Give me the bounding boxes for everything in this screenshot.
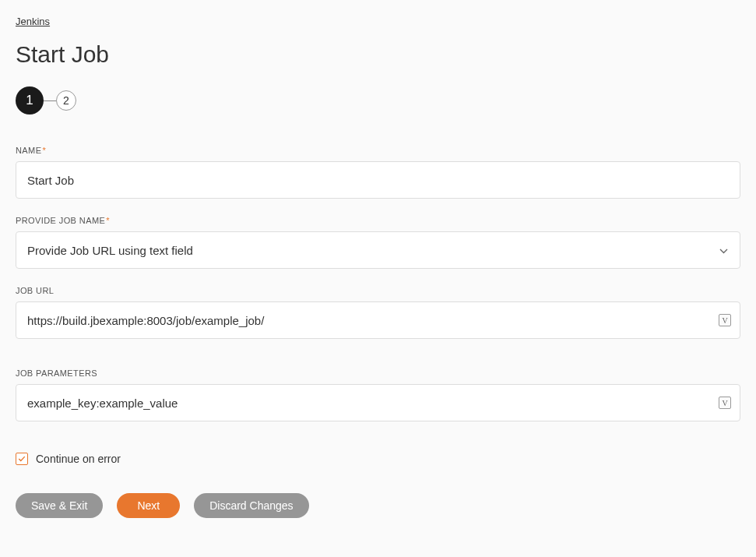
label-job-url: JOB URL: [16, 286, 740, 295]
name-input[interactable]: [16, 161, 740, 199]
step-1[interactable]: 1: [16, 86, 44, 115]
label-name: NAME*: [16, 146, 740, 155]
variable-icon[interactable]: V: [719, 314, 731, 326]
button-row: Save & Exit Next Discard Changes: [16, 493, 740, 518]
job-url-input[interactable]: [16, 301, 740, 339]
field-job-parameters: JOB PARAMETERS V: [16, 368, 740, 421]
variable-icon[interactable]: V: [719, 397, 731, 409]
stepper: 1 2: [16, 86, 740, 115]
job-parameters-input[interactable]: [16, 384, 740, 421]
save-exit-button[interactable]: Save & Exit: [16, 493, 103, 518]
field-name: NAME*: [16, 146, 740, 199]
required-indicator: *: [106, 216, 110, 225]
field-provide-job-name: PROVIDE JOB NAME* Provide Job URL using …: [16, 216, 740, 269]
label-job-parameters: JOB PARAMETERS: [16, 368, 740, 378]
label-provide-job-name-text: PROVIDE JOB NAME: [16, 216, 105, 225]
step-connector: [44, 100, 56, 101]
page-title: Start Job: [16, 41, 740, 68]
continue-on-error-checkbox[interactable]: [16, 453, 28, 465]
label-provide-job-name: PROVIDE JOB NAME*: [16, 216, 740, 225]
discard-changes-button[interactable]: Discard Changes: [194, 493, 308, 518]
continue-on-error-label[interactable]: Continue on error: [36, 453, 121, 465]
next-button[interactable]: Next: [117, 493, 180, 518]
provide-job-name-select[interactable]: Provide Job URL using text field: [16, 231, 740, 269]
breadcrumb-jenkins[interactable]: Jenkins: [16, 16, 50, 27]
label-name-text: NAME: [16, 146, 41, 155]
continue-on-error-row: Continue on error: [16, 453, 740, 465]
required-indicator: *: [42, 146, 46, 155]
step-2[interactable]: 2: [56, 90, 76, 111]
breadcrumb: Jenkins: [16, 16, 740, 27]
field-job-url: JOB URL V: [16, 286, 740, 339]
